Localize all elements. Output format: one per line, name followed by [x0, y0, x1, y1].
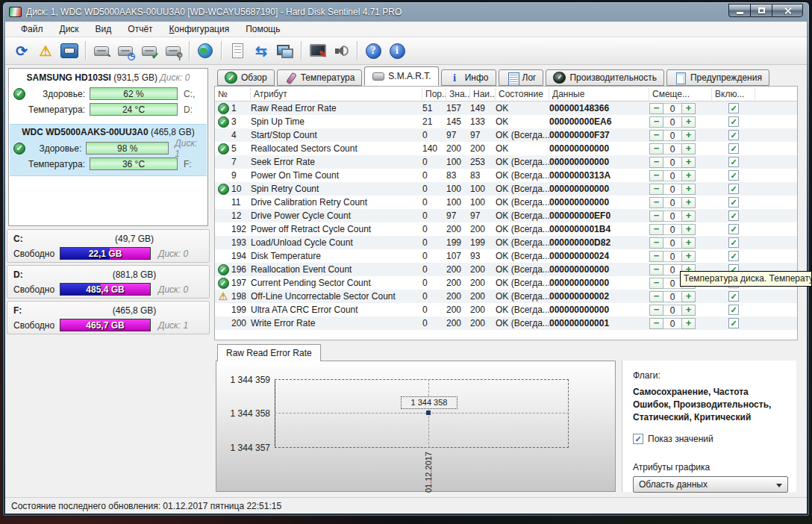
drive-panel-c[interactable]: C: (49,7 GB) Свободно 22,1 GB Диск: 0	[7, 229, 210, 263]
tab-предупреждения[interactable]: Предупреждения	[666, 69, 769, 86]
header-worst[interactable]: Наи...	[470, 88, 496, 100]
offset-decrease-button[interactable]: −	[649, 184, 663, 195]
menu-view[interactable]: Вид	[87, 22, 120, 36]
title-bar[interactable]: Диск: 1, WDC WD5000AAKS-00UU3A0 [WD-WCAY…	[3, 2, 809, 22]
table-row[interactable]: 3Spin Up Time21145133OK000000000EA6−0+	[215, 115, 797, 128]
table-row[interactable]: 5Reallocated Sectors Count140200200OK000…	[215, 142, 797, 155]
offset-decrease-button[interactable]: −	[649, 116, 663, 128]
header-data[interactable]: Данные	[549, 88, 649, 100]
offset-decrease-button[interactable]: −	[649, 170, 663, 181]
help-icon[interactable]: ?	[362, 40, 384, 61]
offset-increase-button[interactable]: +	[681, 291, 696, 302]
header-number[interactable]: №	[215, 88, 251, 100]
disk-detect-icon[interactable]	[58, 40, 81, 61]
display-settings-icon[interactable]	[306, 40, 328, 61]
enabled-checkbox[interactable]	[728, 197, 739, 208]
offset-increase-button[interactable]: +	[681, 143, 696, 155]
header-offset[interactable]: Смеще...	[649, 88, 712, 100]
offset-increase-button[interactable]: +	[681, 237, 696, 249]
table-row[interactable]: 193Load/Unload Cycle Count0199199OK (Все…	[215, 236, 797, 249]
menu-report[interactable]: Отчёт	[119, 22, 160, 36]
offset-decrease-button[interactable]: −	[649, 291, 663, 302]
disk-warning-icon[interactable]: ⚠	[34, 40, 57, 61]
table-row[interactable]: 1Raw Read Error Rate51157149OK0000001483…	[215, 102, 797, 115]
enabled-checkbox[interactable]	[728, 170, 739, 181]
tab-обзор[interactable]: Обзор	[217, 69, 275, 86]
header-value[interactable]: Зна...	[446, 88, 470, 100]
enabled-checkbox[interactable]	[728, 157, 739, 167]
enabled-checkbox[interactable]	[728, 318, 739, 328]
offset-decrease-button[interactable]: −	[649, 224, 663, 235]
offset-increase-button[interactable]: +	[681, 170, 696, 181]
enabled-checkbox[interactable]	[728, 143, 739, 154]
enabled-checkbox[interactable]	[728, 224, 739, 234]
enabled-checkbox[interactable]	[728, 116, 739, 127]
menu-configuration[interactable]: Конфигурация	[161, 22, 238, 36]
tab-s.m.a.r.t.[interactable]: S.M.A.R.T.	[364, 66, 438, 86]
offset-decrease-button[interactable]: −	[649, 278, 663, 289]
header-threshold[interactable]: Пор...	[422, 88, 446, 100]
disk-search-icon[interactable]: ⚲	[162, 40, 184, 61]
offset-decrease-button[interactable]: −	[649, 237, 663, 249]
offset-increase-button[interactable]: +	[681, 103, 696, 114]
network-disk-icon[interactable]	[194, 40, 216, 61]
menu-help[interactable]: Помощь	[237, 22, 288, 36]
table-row[interactable]: 12Drive Power Cycle Count09797OK (Всегда…	[215, 209, 797, 222]
disk-clock-icon[interactable]: ◷	[114, 40, 137, 61]
enabled-checkbox[interactable]	[728, 251, 739, 261]
offset-decrease-button[interactable]: −	[649, 318, 663, 329]
remote-monitor-icon[interactable]	[274, 40, 296, 61]
show-values-checkbox[interactable]	[633, 434, 643, 444]
info-icon[interactable]: i	[386, 40, 408, 61]
tab-производительность[interactable]: Производительность	[546, 69, 663, 86]
header-enabled[interactable]: Вклю...	[712, 88, 755, 100]
refresh-icon[interactable]: ⟳	[10, 40, 33, 61]
header-attribute[interactable]: Атрибут	[251, 88, 422, 100]
header-status[interactable]: Состояние	[496, 88, 549, 100]
offset-increase-button[interactable]: +	[681, 116, 696, 128]
chart-tab[interactable]: Raw Read Error Rate	[217, 344, 321, 361]
disk-entry-samsung[interactable]: SAMSUNG HD103SI (931,5 GB) Диск: 0 Здоро…	[10, 70, 207, 122]
menu-file[interactable]: Файл	[13, 22, 51, 36]
table-row[interactable]: 11Drive Calibration Retry Count0100100OK…	[215, 196, 797, 209]
table-row[interactable]: 10Spin Retry Count0100100OK (Всегда...00…	[215, 182, 797, 196]
offset-increase-button[interactable]: +	[681, 184, 696, 195]
offset-decrease-button[interactable]: −	[649, 130, 663, 141]
drive-panel-d[interactable]: D: (881,8 GB) Свободно 485,4 GB Диск: 0	[7, 265, 210, 299]
offset-decrease-button[interactable]: −	[649, 305, 663, 316]
enabled-checkbox[interactable]	[728, 184, 739, 194]
offset-decrease-button[interactable]: −	[649, 264, 663, 275]
tab-инфо[interactable]: Инфо	[441, 69, 496, 86]
offset-increase-button[interactable]: +	[681, 224, 696, 235]
table-row[interactable]: ⚠198Off-Line Uncorrectable Sector Count0…	[215, 290, 797, 303]
table-row[interactable]: 192Power off Retract Cycle Count0200200O…	[215, 222, 797, 236]
offset-decrease-button[interactable]: −	[649, 210, 663, 222]
offset-decrease-button[interactable]: −	[649, 103, 663, 114]
enabled-checkbox[interactable]	[728, 237, 739, 248]
disk-entry-wdc-selected[interactable]: WDC WD5000AAKS-00UU3A0 (465,8 GB) Здоров…	[10, 124, 207, 176]
sync-icon[interactable]: ⇆	[250, 40, 272, 61]
disk-gauge-icon[interactable]: ◔	[90, 40, 113, 61]
minimize-button[interactable]	[728, 4, 750, 17]
enabled-checkbox[interactable]	[728, 210, 739, 221]
offset-increase-button[interactable]: +	[681, 318, 696, 329]
report-icon[interactable]	[226, 40, 249, 61]
enabled-checkbox[interactable]	[728, 291, 739, 302]
menu-disk[interactable]: Диск	[51, 22, 87, 36]
offset-increase-button[interactable]: +	[681, 210, 696, 222]
drive-panel-f[interactable]: F: (465,8 GB) Свободно 465,7 GB Диск: 1	[7, 301, 210, 334]
table-row[interactable]: 7Seek Error Rate0100253OK (Всегда...0000…	[215, 155, 797, 169]
chart-attributes-dropdown[interactable]: Область данных	[633, 476, 788, 493]
enabled-checkbox[interactable]	[728, 305, 739, 315]
table-row[interactable]: 9Power On Time Count08383OK (Всегда...00…	[215, 169, 797, 182]
enabled-checkbox[interactable]	[728, 130, 739, 140]
offset-increase-button[interactable]: +	[681, 197, 696, 208]
offset-decrease-button[interactable]: −	[649, 251, 663, 262]
table-row[interactable]: 200Write Error Rate0200200OK (Всегда...0…	[215, 316, 797, 330]
offset-decrease-button[interactable]: −	[649, 143, 663, 155]
offset-decrease-button[interactable]: −	[649, 157, 663, 168]
table-row[interactable]: 4Start/Stop Count09797OK (Всегда...00000…	[215, 128, 797, 142]
table-row[interactable]: 199Ultra ATA CRC Error Count0200200OK (В…	[215, 303, 797, 316]
offset-increase-button[interactable]: +	[681, 251, 696, 262]
disk-test-icon[interactable]: ✔	[138, 40, 160, 61]
